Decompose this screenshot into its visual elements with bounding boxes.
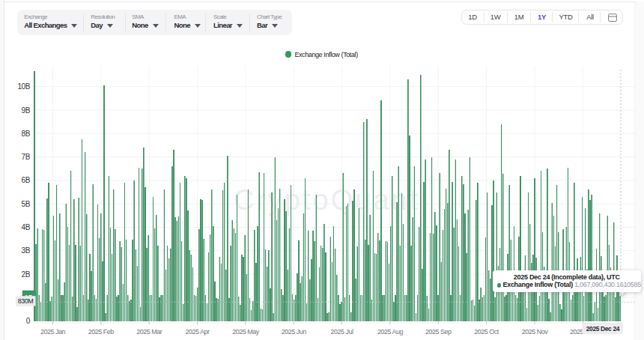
svg-text:2025 May: 2025 May	[232, 328, 260, 336]
svg-text:2025 Jun: 2025 Jun	[282, 328, 307, 336]
svg-text:2025 Apr: 2025 Apr	[185, 328, 210, 336]
svg-text:CryptoQuant: CryptoQuant	[234, 184, 419, 216]
svg-text:2025 Oct: 2025 Oct	[474, 328, 499, 336]
svg-text:9B: 9B	[22, 106, 31, 115]
svg-text:10B: 10B	[17, 82, 30, 91]
svg-text:2025 Nov: 2025 Nov	[522, 328, 549, 336]
svg-text:6B: 6B	[22, 176, 31, 184]
svg-text:2B: 2B	[22, 270, 31, 279]
svg-text:2025 Sep: 2025 Sep	[425, 328, 452, 336]
svg-text:830M: 830M	[18, 297, 34, 305]
svg-text:7B: 7B	[22, 153, 31, 161]
svg-text:4B: 4B	[22, 223, 31, 231]
svg-text:2025 Jan: 2025 Jan	[40, 328, 66, 336]
svg-text:0: 0	[26, 317, 31, 325]
svg-text:2025 Mar: 2025 Mar	[136, 328, 162, 336]
svg-text:2025 Feb: 2025 Feb	[88, 328, 115, 336]
svg-text:2025 Aug: 2025 Aug	[377, 328, 404, 336]
svg-text:5B: 5B	[22, 200, 31, 208]
svg-text:2025 Dec 24: 2025 Dec 24	[586, 325, 620, 333]
svg-text:8B: 8B	[22, 130, 31, 138]
svg-text:3B: 3B	[22, 246, 31, 255]
svg-text:2025 Jul: 2025 Jul	[331, 328, 354, 336]
